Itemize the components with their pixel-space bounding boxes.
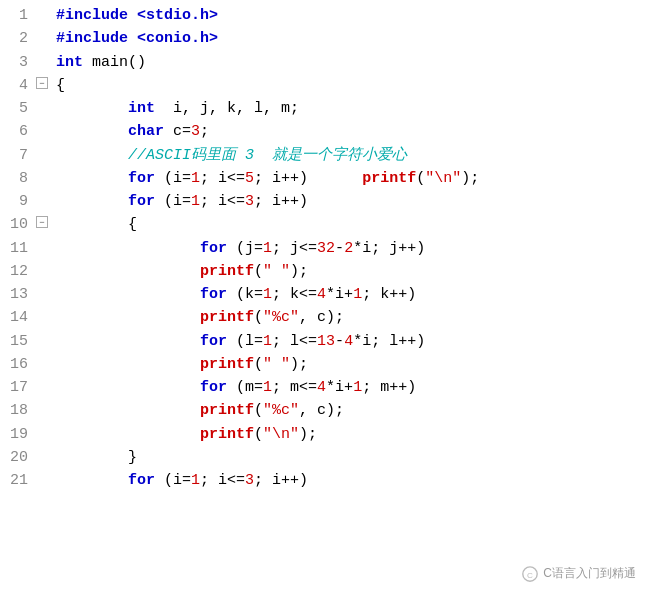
fold-row: − [36,74,52,97]
token: ; k++) [362,286,416,303]
code-editor: 123456789101112131415161718192021 −− #in… [0,0,652,591]
token: printf [200,309,254,326]
token: 4 [317,379,326,396]
fold-row [36,120,52,143]
token: ; j<= [272,240,317,257]
fold-minus-button[interactable]: − [36,77,48,89]
token: ); [299,426,317,443]
token: ( [254,309,263,326]
token: 1 [191,472,200,489]
token: char [128,123,164,140]
token [56,356,200,373]
line-number: 14 [0,306,28,329]
code-line: printf("\n"); [56,423,652,446]
line-number: 5 [0,97,28,120]
token: int [128,100,155,117]
token: printf [200,426,254,443]
fold-row [36,167,52,190]
code-line: int main() [56,51,652,74]
fold-row [36,423,52,446]
token: 3 [245,193,254,210]
token: 1 [191,193,200,210]
token: (l= [227,333,263,350]
token: 1 [353,379,362,396]
fold-row [36,376,52,399]
token: ( [254,426,263,443]
token: 1 [353,286,362,303]
token: 4 [317,286,326,303]
token [56,240,200,257]
token: , c); [299,402,344,419]
token [56,402,200,419]
code-line: #include <conio.h> [56,27,652,50]
token: 3 [191,123,200,140]
token: 3 [245,472,254,489]
fold-row [36,399,52,422]
token: ( [416,170,425,187]
code-lines: #include <stdio.h>#include <conio.h>int … [52,4,652,587]
token: printf [362,170,416,187]
token: ; i<= [200,193,245,210]
line-number: 7 [0,144,28,167]
code-line: #include <stdio.h> [56,4,652,27]
token: *i; j++) [353,240,425,257]
token: c= [164,123,191,140]
token [56,333,200,350]
token: (m= [227,379,263,396]
line-number: 1 [0,4,28,27]
line-numbers: 123456789101112131415161718192021 [0,4,36,587]
token: ; i<= [200,170,245,187]
token: "%c" [263,402,299,419]
token: 4 [344,333,353,350]
line-number: 4 [0,74,28,97]
token: ; k<= [272,286,317,303]
token: for [200,240,227,257]
token: (i= [155,472,191,489]
token [56,263,200,280]
watermark-text: C语言入门到精通 [543,564,636,583]
token: main() [83,54,146,71]
token: ( [254,263,263,280]
token: for [200,286,227,303]
token: //ASCII码里面 3 就是一个字符小爱心 [56,147,407,164]
line-number: 11 [0,237,28,260]
line-number: 21 [0,469,28,492]
token: for [200,333,227,350]
line-number: 18 [0,399,28,422]
token: *i; l++) [353,333,425,350]
fold-row [36,144,52,167]
code-line: for (i=1; i<=3; i++) [56,190,652,213]
code-line: } [56,446,652,469]
line-number: 20 [0,446,28,469]
token: (k= [227,286,263,303]
token: " " [263,356,290,373]
token: ; i<= [200,472,245,489]
token [56,193,128,210]
code-line: int i, j, k, l, m; [56,97,652,120]
code-line: for (l=1; l<=13-4*i; l++) [56,330,652,353]
token: int [56,54,83,71]
watermark-icon: C [521,565,539,583]
code-line: char c=3; [56,120,652,143]
line-number: 19 [0,423,28,446]
token: ; m++) [362,379,416,396]
code-line: for (k=1; k<=4*i+1; k++) [56,283,652,306]
line-number: 15 [0,330,28,353]
fold-minus-button[interactable]: − [36,216,48,228]
token: for [128,193,155,210]
code-line: //ASCII码里面 3 就是一个字符小爱心 [56,144,652,167]
token: - [335,333,344,350]
line-number: 8 [0,167,28,190]
token [56,309,200,326]
token: ; i++) [254,193,308,210]
line-number: 9 [0,190,28,213]
token [56,286,200,303]
fold-row [36,51,52,74]
line-number: 16 [0,353,28,376]
code-line: printf(" "); [56,353,652,376]
token: printf [200,263,254,280]
token: 2 [344,240,353,257]
line-number: 12 [0,260,28,283]
token: (j= [227,240,263,257]
token: (i= [155,170,191,187]
